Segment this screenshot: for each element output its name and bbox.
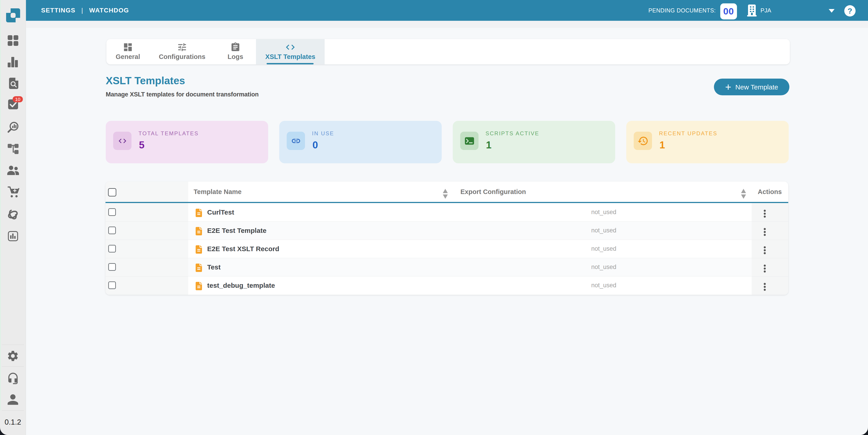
svg-text:10: 10 xyxy=(15,97,20,102)
